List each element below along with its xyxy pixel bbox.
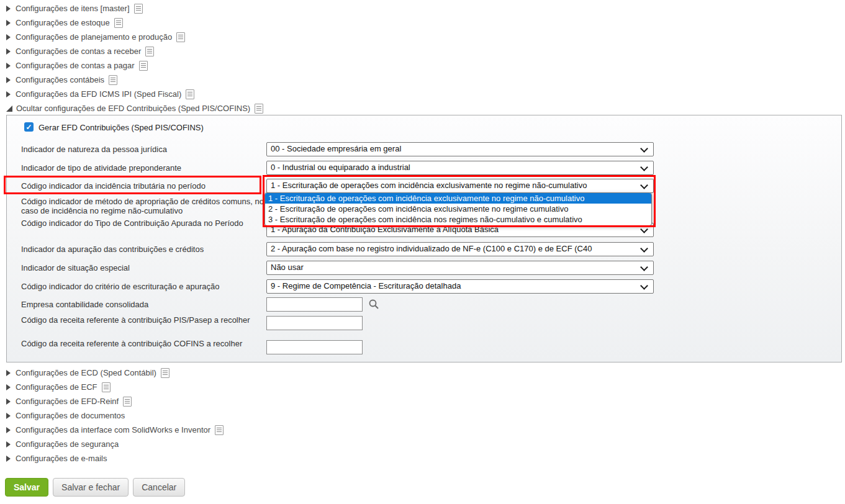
incidencia-dropdown-list: 1 - Escrituração de operações com incidê… [264, 192, 652, 226]
dropdown-option-1[interactable]: 1 - Escrituração de operações com incidê… [265, 193, 651, 204]
check-icon: ✓ [25, 124, 32, 131]
atividade-select[interactable]: 0 - Industrial ou equiparado a industria… [266, 161, 654, 175]
section-contabeis[interactable]: Configurações contábeis [0, 73, 845, 87]
cofins-label: Código da receita referente à contribuiç… [21, 339, 271, 348]
section-contas-pagar[interactable]: Configurações de contas a pagar [0, 58, 845, 73]
natureza-select-value: 00 - Sociedade empresária em geral [271, 144, 401, 153]
note-icon[interactable] [215, 425, 224, 435]
chevron-down-icon [640, 145, 648, 153]
cofins-input[interactable] [266, 340, 363, 354]
chevron-down-icon [640, 263, 648, 271]
section-label: Configurações da interface com SolidWork… [16, 425, 210, 434]
section-ecf[interactable]: Configurações de ECF [0, 380, 845, 394]
section-contas-receber[interactable]: Configurações de contas a receber [0, 44, 845, 58]
collapsed-triangle-icon [6, 370, 11, 376]
empresa-input[interactable] [266, 297, 363, 312]
section-label: Configurações de e-mails [16, 454, 107, 463]
collapsed-triangle-icon [6, 427, 11, 433]
action-button-bar: Salvar Salvar e fechar Cancelar [5, 478, 185, 497]
settings-page: Configurações de itens [master] Configur… [0, 0, 845, 504]
criterio-label: Código indicador do critério de escritur… [21, 282, 271, 291]
gerar-efd-checkbox-label: Gerar EFD Contribuições (Sped PIS/COFINS… [38, 123, 204, 132]
situacao-select-value: Não usar [271, 263, 304, 272]
save-button[interactable]: Salvar [5, 478, 48, 497]
collapsed-triangle-icon [6, 20, 11, 26]
section-estoque[interactable]: Configurações de estoque [0, 16, 845, 30]
section-efd-icms[interactable]: Configurações da EFD ICMS IPI (Sped Fisc… [0, 87, 845, 101]
dropdown-option-2[interactable]: 2 - Escrituração de operações com incidê… [265, 204, 651, 214]
note-icon[interactable] [114, 18, 123, 28]
section-label: Configurações de EFD-Reinf [16, 397, 119, 406]
chevron-down-icon [640, 245, 648, 253]
expanded-triangle-icon [6, 106, 12, 112]
atividade-select-value: 0 - Industrial ou equiparado a industria… [271, 163, 410, 172]
note-icon[interactable] [134, 4, 143, 14]
tipo-label: Código indicador do Tipo de Contribuição… [21, 218, 271, 228]
collapsed-triangle-icon [6, 48, 11, 55]
section-efd-contribuicoes-expanded[interactable]: Ocultar configurações de EFD Contribuiçõ… [0, 101, 845, 115]
apuracao-select-value: 2 - Apuração com base no registro indivi… [271, 244, 592, 253]
incidencia-label: Código indicador da incidência tributári… [21, 181, 271, 191]
note-icon[interactable] [102, 382, 111, 392]
note-icon[interactable] [161, 368, 169, 378]
section-label: Configurações de planejamento e produção [16, 32, 172, 42]
note-icon[interactable] [176, 32, 185, 42]
note-icon[interactable] [109, 75, 117, 85]
section-solidworks[interactable]: Configurações da interface com SolidWork… [0, 423, 845, 437]
collapsed-triangle-icon [6, 441, 11, 448]
situacao-select[interactable]: Não usar [266, 261, 654, 275]
criterio-select-value: 9 - Regime de Competência - Escrituração… [271, 281, 461, 290]
chevron-down-icon [640, 163, 648, 171]
situacao-label: Indicador de situação especial [21, 263, 271, 272]
section-efd-reinf[interactable]: Configurações de EFD-Reinf [0, 394, 845, 408]
section-label: Configurações da EFD ICMS IPI (Sped Fisc… [16, 89, 181, 99]
note-icon[interactable] [255, 104, 263, 114]
metodo-label: Código indicador de método de apropriaçã… [21, 197, 271, 215]
section-ecd[interactable]: Configurações de ECD (Sped Contábil) [0, 366, 845, 380]
collapsed-triangle-icon [6, 384, 11, 390]
incidencia-select[interactable]: 1 - Escrituração de operações com incidê… [266, 179, 654, 193]
section-label: Configurações de ECD (Sped Contábil) [16, 368, 156, 377]
top-section-list: Configurações de itens [master] Configur… [0, 1, 845, 101]
section-label: Configurações de ECF [16, 382, 97, 392]
bottom-section-list: Configurações de ECD (Sped Contábil) Con… [0, 366, 845, 466]
section-emails[interactable]: Configurações de e-mails [0, 451, 845, 466]
section-label: Configurações de segurança [16, 439, 119, 449]
natureza-select[interactable]: 00 - Sociedade empresária em geral [266, 142, 654, 156]
tipo-select-value: 1 - Apuração da Contribuição Exclusivame… [271, 225, 499, 234]
empresa-label: Empresa contabilidade consolidada [21, 300, 271, 309]
efd-contribuicoes-panel: ✓ Gerar EFD Contribuições (Sped PIS/COFI… [6, 115, 842, 362]
section-label: Ocultar configurações de EFD Contribuiçõ… [16, 104, 250, 113]
note-icon[interactable] [139, 61, 148, 71]
save-and-close-button[interactable]: Salvar e fechar [53, 478, 129, 497]
note-icon[interactable] [145, 47, 154, 56]
apuracao-select[interactable]: 2 - Apuração com base no registro indivi… [266, 242, 654, 256]
cancel-button[interactable]: Cancelar [133, 478, 185, 497]
section-label: Configurações de contas a receber [16, 47, 141, 56]
section-documentos[interactable]: Configurações de documentos [0, 408, 845, 423]
atividade-label: Indicador de tipo de atividade preponder… [21, 163, 271, 173]
chevron-down-icon [640, 225, 648, 233]
search-icon[interactable] [368, 299, 379, 310]
note-icon[interactable] [186, 89, 194, 99]
collapsed-triangle-icon [6, 398, 11, 405]
apuracao-label: Indicador da apuração das contribuições … [21, 245, 271, 254]
section-planejamento[interactable]: Configurações de planejamento e produção [0, 30, 845, 44]
pis-input[interactable] [266, 316, 363, 330]
note-icon[interactable] [123, 397, 132, 407]
collapsed-triangle-icon [6, 456, 11, 462]
collapsed-triangle-icon [6, 63, 11, 69]
chevron-down-icon [640, 282, 648, 290]
section-label: Configurações contábeis [16, 75, 104, 84]
section-label: Configurações de estoque [16, 18, 110, 27]
dropdown-option-3[interactable]: 3 - Escrituração de operações com incidê… [265, 214, 651, 225]
chevron-down-icon [640, 181, 648, 189]
collapsed-triangle-icon [6, 77, 11, 83]
natureza-label: Indicador de natureza da pessoa jurídica [21, 145, 271, 154]
criterio-select[interactable]: 9 - Regime de Competência - Escrituração… [266, 279, 654, 294]
collapsed-triangle-icon [6, 91, 11, 97]
pis-label: Código da receita referente à contribuiç… [21, 315, 271, 325]
gerar-efd-checkbox[interactable]: ✓ [24, 122, 34, 132]
section-itens[interactable]: Configurações de itens [master] [0, 1, 845, 16]
section-seguranca[interactable]: Configurações de segurança [0, 437, 845, 451]
